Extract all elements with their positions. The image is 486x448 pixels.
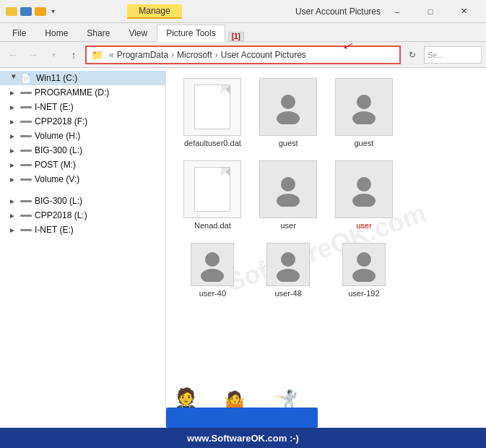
expand-arrow-programme: ► xyxy=(9,89,19,97)
file-label-user1: user xyxy=(280,221,295,230)
svg-point-7 xyxy=(352,194,376,207)
sidebar-label-inet2: I-NET (E:) xyxy=(35,225,74,235)
expand-arrow-volumeh: ► xyxy=(9,132,19,140)
file-label-user48: user-48 xyxy=(274,289,301,298)
file-grid: defaultuser0.dat guest g xyxy=(178,75,474,301)
svg-point-12 xyxy=(357,252,371,267)
drive-line-volumeh xyxy=(20,135,32,137)
svg-point-10 xyxy=(281,252,295,267)
svg-point-0 xyxy=(281,95,295,109)
sidebar-item-programme[interactable]: ► PROGRAMME (D:) xyxy=(0,85,165,100)
file-item-user192[interactable]: user-192 xyxy=(329,240,399,301)
path-microsoft[interactable]: Microsoft xyxy=(177,50,212,60)
refresh-button[interactable]: ↻ xyxy=(404,46,421,64)
file-item-user48[interactable]: user-48 xyxy=(253,240,324,301)
file-item-user40[interactable]: user-40 xyxy=(178,240,248,301)
sidebar-label-programme: PROGRAMME (D:) xyxy=(35,87,109,98)
search-box[interactable]: Se... xyxy=(424,46,482,64)
person-svg-guest2 xyxy=(347,90,381,124)
file-thumb-user40 xyxy=(191,243,234,286)
forward-button[interactable]: → xyxy=(25,46,42,64)
file-item-guest1[interactable]: guest xyxy=(253,75,324,150)
address-bar: ← → ▾ ↑ 📁 « ProgramData › Microsoft › Us… xyxy=(0,42,486,68)
cartoon-badge-9: 9 xyxy=(274,409,298,428)
cartoon-figure-2: 🤷 7 xyxy=(224,392,246,428)
file-item-empty1 xyxy=(404,75,474,150)
cartoon-figure-1: 🤵 8 xyxy=(173,389,199,428)
expand-arrow-big300l2: ► xyxy=(9,197,19,205)
sidebar-item-inet[interactable]: ► I-NET (E:) xyxy=(0,100,165,114)
file-area: SoftwareOK.com defaultuser0.dat guest xyxy=(166,68,486,428)
tab-picture-tools[interactable]: Picture Tools xyxy=(157,25,225,42)
expand-arrow-inet: ► xyxy=(9,103,19,111)
drive-line-cpp2018 xyxy=(20,121,32,123)
cartoon-overlay: 🤵 8 🤷 7 🤺 9 xyxy=(166,348,325,428)
maximize-button[interactable]: □ xyxy=(414,0,447,23)
path-user-account-pictures[interactable]: User Account Pictures xyxy=(221,50,306,60)
file-item-user2[interactable]: user xyxy=(329,158,399,233)
sidebar-label-volumev: Volume (V:) xyxy=(35,174,79,184)
tab-share[interactable]: Share xyxy=(77,25,119,41)
recent-button[interactable]: ▾ xyxy=(45,46,62,64)
file-item-nenad[interactable]: Nenad.dat xyxy=(178,158,248,233)
drive-line-programme xyxy=(20,92,32,94)
sidebar-label-big300l2: BIG-300 (L:) xyxy=(35,196,82,206)
sidebar-label-postm: POST (M:) xyxy=(35,160,76,170)
back-button[interactable]: ← xyxy=(4,46,22,64)
title-bar-icons xyxy=(6,7,46,16)
tab-view[interactable]: View xyxy=(119,25,157,41)
expand-arrow-cpp2018: ► xyxy=(9,118,19,126)
sidebar-item-big300l[interactable]: ► BIG-300 (L:) xyxy=(0,143,165,158)
file-item-defaultuser0[interactable]: defaultuser0.dat xyxy=(178,75,248,150)
sidebar-label-big300l: BIG-300 (L:) xyxy=(35,145,82,155)
window-controls: – □ ✕ xyxy=(381,0,480,23)
tab-home[interactable]: Home xyxy=(35,25,77,41)
path-folder-icon: 📁 xyxy=(91,49,103,61)
file-thumb-guest2 xyxy=(335,78,393,136)
manage-tab-highlight[interactable]: Manage xyxy=(127,4,181,19)
sidebar-item-volumeh[interactable]: ► Volume (H:) xyxy=(0,129,165,143)
window-title: User Account Pictures xyxy=(295,7,381,17)
drive-line-cpp2018b xyxy=(20,215,32,217)
tb-icon-3 xyxy=(35,7,46,16)
tb-icon-2 xyxy=(20,7,32,16)
tab-file[interactable]: File xyxy=(3,25,35,41)
drive-line-big300l2 xyxy=(20,200,32,202)
sidebar-item-volumev[interactable]: ► Volume (V:) xyxy=(0,172,165,186)
sidebar-item-cpp2018b[interactable]: ► CPP2018 (L:) xyxy=(0,208,165,223)
cartoon-badge-8: 8 xyxy=(173,409,199,428)
person-svg-guest1 xyxy=(271,90,305,124)
file-thumb-user192 xyxy=(342,243,386,286)
main-content: ► 📄 Win11 (C:) ► PROGRAMME (D:) ► I-NET … xyxy=(0,68,486,428)
sidebar-item-cpp2018[interactable]: ► CPP2018 (F:) xyxy=(0,114,165,129)
svg-point-6 xyxy=(357,177,371,191)
file-label-user2: user xyxy=(356,221,371,230)
svg-point-9 xyxy=(201,269,224,282)
sidebar: ► 📄 Win11 (C:) ► PROGRAMME (D:) ► I-NET … xyxy=(0,68,166,428)
address-path[interactable]: 📁 « ProgramData › Microsoft › User Accou… xyxy=(85,46,401,64)
file-thumb-guest1 xyxy=(259,78,317,136)
sidebar-label-inet: I-NET (E:) xyxy=(35,102,74,112)
svg-point-13 xyxy=(352,269,376,282)
svg-point-2 xyxy=(357,95,371,109)
ribbon-badge: [1] xyxy=(228,32,244,41)
file-item-guest2[interactable]: guest xyxy=(329,75,399,150)
drive-line-inet2 xyxy=(20,229,32,231)
person-svg-user40 xyxy=(195,247,230,282)
drive-line-volumev xyxy=(20,178,32,181)
sidebar-item-big300l2[interactable]: ► BIG-300 (L:) xyxy=(0,194,165,208)
up-button[interactable]: ↑ xyxy=(65,46,82,64)
file-label-user40: user-40 xyxy=(199,289,226,298)
close-button[interactable]: ✕ xyxy=(447,0,480,23)
minimize-button[interactable]: – xyxy=(381,0,414,23)
sidebar-item-win11[interactable]: ► 📄 Win11 (C:) xyxy=(0,71,165,85)
person-svg-user1 xyxy=(271,172,305,207)
quick-access-toolbar: ▾ xyxy=(49,6,57,17)
cartoon-table xyxy=(166,408,318,428)
file-item-user1[interactable]: user xyxy=(253,158,324,233)
sidebar-item-postm[interactable]: ► POST (M:) xyxy=(0,158,165,172)
path-programdata[interactable]: ProgramData xyxy=(117,50,168,60)
sidebar-item-inet2[interactable]: ► I-NET (E:) xyxy=(0,223,165,237)
ribbon-tabs: File Home Share View Picture Tools [1] xyxy=(0,23,486,42)
qat-btn-1[interactable]: ▾ xyxy=(49,6,57,17)
